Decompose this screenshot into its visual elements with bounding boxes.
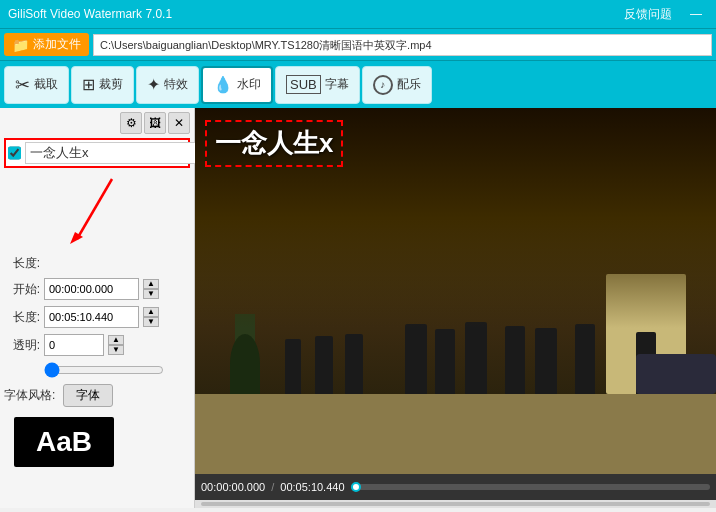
- timeline-bar: 00:00:00.000 / 00:05:10.440: [195, 474, 716, 500]
- file-path-display: C:\Users\baiguanglian\Desktop\MRY.TS1280…: [93, 34, 712, 56]
- opacity-label: 透明:: [4, 337, 40, 354]
- capture-button[interactable]: ✂ 截取: [4, 66, 69, 104]
- opacity-down-btn[interactable]: ▼: [108, 345, 124, 355]
- start-down-btn[interactable]: ▼: [143, 289, 159, 299]
- crop-button[interactable]: ⊞ 裁剪: [71, 66, 134, 104]
- watermark-text-input[interactable]: [25, 142, 203, 164]
- image-panel-btn[interactable]: 🖼: [144, 112, 166, 134]
- timeline-progress[interactable]: [351, 484, 710, 490]
- duration-spinner: ▲ ▼: [143, 307, 159, 327]
- add-file-button[interactable]: 📁 添加文件: [4, 33, 89, 56]
- app-title: GiliSoft Video Watermark 7.0.1: [8, 7, 172, 21]
- crop-icon: ⊞: [82, 75, 95, 94]
- toolbar: ✂ 截取 ⊞ 裁剪 ✦ 特效 💧 水印 SUB 字幕 ♪ 配乐: [0, 60, 716, 108]
- font-button[interactable]: 字体: [63, 384, 113, 407]
- opacity-row: 透明: ▲ ▼: [4, 334, 190, 356]
- bottom-progress-bar[interactable]: [201, 502, 710, 506]
- person-2: [435, 329, 455, 394]
- length-label: 长度:: [4, 255, 40, 272]
- watermark-entry: ✕: [4, 138, 190, 168]
- watermark-icon: 💧: [213, 75, 233, 94]
- red-arrow-indicator: [4, 174, 190, 249]
- car-shape: [636, 354, 716, 394]
- arrow-svg: [57, 174, 137, 249]
- font-style-row: 字体风格: 字体: [4, 384, 190, 407]
- progress-thumb[interactable]: [351, 482, 361, 492]
- panel-toolbar: ⚙ 🖼 ✕: [4, 112, 190, 134]
- video-area: 一念人生x: [195, 108, 716, 474]
- person-1: [405, 324, 427, 394]
- duration-label: 长度:: [4, 309, 40, 326]
- start-row: 开始: ▲ ▼: [4, 278, 190, 300]
- person-8: [315, 336, 333, 394]
- close-panel-btn[interactable]: ✕: [168, 112, 190, 134]
- effects-button[interactable]: ✦ 特效: [136, 66, 199, 104]
- music-icon: ♪: [373, 75, 393, 95]
- duration-row: 长度: ▲ ▼: [4, 306, 190, 328]
- start-time-input[interactable]: [44, 278, 139, 300]
- form-fields: 长度: 开始: ▲ ▼ 长度: ▲ ▼ 透明:: [4, 255, 190, 384]
- person-6: [575, 324, 595, 394]
- total-time: 00:05:10.440: [280, 481, 344, 493]
- minimize-button[interactable]: —: [684, 5, 708, 23]
- left-panel: ⚙ 🖼 ✕ ✕ 长度: 开始: ▲: [0, 108, 195, 508]
- duration-up-btn[interactable]: ▲: [143, 307, 159, 317]
- person-7: [345, 334, 363, 394]
- opacity-input[interactable]: [44, 334, 104, 356]
- person-5: [535, 328, 557, 394]
- main-area: ⚙ 🖼 ✕ ✕ 长度: 开始: ▲: [0, 108, 716, 508]
- person-3: [465, 322, 487, 394]
- subtitle-icon: SUB: [286, 75, 321, 94]
- video-watermark-overlay: 一念人生x: [205, 120, 343, 167]
- watermark-checkbox[interactable]: [8, 146, 21, 160]
- title-bar: GiliSoft Video Watermark 7.0.1 反馈问题 —: [0, 0, 716, 28]
- svg-line-0: [77, 179, 112, 239]
- duration-input[interactable]: [44, 306, 139, 328]
- opacity-spinner: ▲ ▼: [108, 335, 124, 355]
- time-separator: /: [271, 481, 274, 493]
- music-button[interactable]: ♪ 配乐: [362, 66, 432, 104]
- file-bar: 📁 添加文件 C:\Users\baiguanglian\Desktop\MRY…: [0, 28, 716, 60]
- settings-panel-btn[interactable]: ⚙: [120, 112, 142, 134]
- effects-icon: ✦: [147, 75, 160, 94]
- add-file-label: 添加文件: [33, 36, 81, 53]
- person-4: [505, 326, 525, 394]
- font-preview: AaB: [14, 417, 114, 467]
- watermark-button[interactable]: 💧 水印: [201, 66, 273, 104]
- opacity-slider[interactable]: [44, 362, 164, 378]
- start-up-btn[interactable]: ▲: [143, 279, 159, 289]
- start-label: 开始:: [4, 281, 40, 298]
- start-spinner: ▲ ▼: [143, 279, 159, 299]
- scene-tree-top: [230, 334, 260, 394]
- length-row: 长度:: [4, 255, 190, 272]
- person-9: [285, 339, 301, 394]
- duration-down-btn[interactable]: ▼: [143, 317, 159, 327]
- video-scene: 一念人生x: [195, 108, 716, 474]
- bottom-strip: [195, 500, 716, 508]
- subtitle-button[interactable]: SUB 字幕: [275, 66, 360, 104]
- opacity-slider-row: [4, 362, 190, 378]
- scene-ground: [195, 394, 716, 474]
- right-panel: 一念人生x 00:00:00.000 / 00:05:10.440: [195, 108, 716, 508]
- add-file-icon: 📁: [12, 37, 29, 53]
- font-style-label: 字体风格:: [4, 387, 55, 404]
- capture-icon: ✂: [15, 74, 30, 96]
- current-time: 00:00:00.000: [201, 481, 265, 493]
- feedback-link[interactable]: 反馈问题: [624, 6, 672, 23]
- opacity-up-btn[interactable]: ▲: [108, 335, 124, 345]
